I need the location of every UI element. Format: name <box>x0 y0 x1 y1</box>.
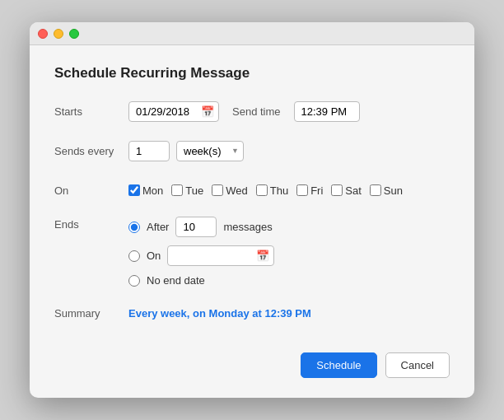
minimize-button[interactable] <box>54 29 63 39</box>
sends-every-row: Sends every week(s) day(s) month(s) <box>54 138 450 164</box>
maximize-button[interactable] <box>69 29 79 39</box>
day-item-sun: Sun <box>370 184 403 197</box>
ends-label: Ends <box>54 217 128 231</box>
starts-date-input[interactable] <box>128 101 219 122</box>
ends-after-option: After messages <box>128 217 274 237</box>
ends-after-count-input[interactable] <box>175 217 217 237</box>
day-item-wed: Wed <box>212 184 248 197</box>
day-checkbox-thu[interactable] <box>256 184 268 196</box>
day-item-sat: Sat <box>331 184 362 197</box>
ends-messages-label: messages <box>223 221 272 233</box>
close-button[interactable] <box>38 29 48 39</box>
ends-after-label: After <box>147 221 169 233</box>
day-checkbox-fri[interactable] <box>296 184 308 196</box>
ends-on-radio[interactable] <box>128 250 140 262</box>
day-checkbox-sat[interactable] <box>331 184 343 196</box>
period-select[interactable]: week(s) day(s) month(s) <box>176 141 244 161</box>
cancel-button[interactable]: Cancel <box>385 352 450 378</box>
summary-row: Summary Every week, on Monday at 12:39 P… <box>54 300 450 326</box>
starts-label: Starts <box>54 105 128 118</box>
starts-date-wrap: 📅 <box>128 101 219 122</box>
summary-label: Summary <box>54 307 128 320</box>
day-label-fri: Fri <box>310 184 323 197</box>
ends-no-date-label: No end date <box>147 274 205 287</box>
sends-every-label: Sends every <box>54 145 128 157</box>
day-item-fri: Fri <box>296 184 323 197</box>
on-row: On Mon Tue Wed Thu <box>54 177 450 203</box>
send-time-label: Send time <box>232 105 281 118</box>
day-label-thu: Thu <box>270 184 288 197</box>
day-label-mon: Mon <box>142 184 163 197</box>
ends-no-date-option: No end date <box>128 274 274 287</box>
main-window: Schedule Recurring Message Starts 📅 Send… <box>30 22 474 398</box>
on-label: On <box>54 184 128 197</box>
button-row: Schedule Cancel <box>54 346 450 378</box>
day-item-mon: Mon <box>128 184 163 197</box>
ends-row: Ends After messages On 📅 <box>54 217 450 287</box>
day-label-wed: Wed <box>226 184 248 197</box>
titlebar <box>30 22 474 45</box>
day-label-sun: Sun <box>384 184 403 197</box>
day-checkbox-tue[interactable] <box>171 184 183 196</box>
sends-every-controls: week(s) day(s) month(s) <box>128 141 244 161</box>
ends-after-radio[interactable] <box>128 222 140 233</box>
sends-every-num-input[interactable] <box>128 141 170 161</box>
summary-text: Every week, on Monday at 12:39 PM <box>128 307 311 320</box>
starts-controls: 📅 Send time <box>128 101 360 122</box>
ends-on-date-input[interactable] <box>167 245 274 266</box>
ends-on-date-wrap: 📅 <box>167 245 274 266</box>
ends-no-date-radio[interactable] <box>128 275 140 287</box>
day-checkbox-sun[interactable] <box>370 184 381 196</box>
day-item-thu: Thu <box>256 184 288 197</box>
day-label-sat: Sat <box>345 184 362 197</box>
days-group: Mon Tue Wed Thu Fri <box>128 184 406 197</box>
day-label-tue: Tue <box>185 184 203 197</box>
schedule-button[interactable]: Schedule <box>301 352 376 378</box>
day-checkbox-wed[interactable] <box>212 184 223 196</box>
day-item-tue: Tue <box>171 184 203 197</box>
day-checkbox-mon[interactable] <box>128 184 140 196</box>
starts-row: Starts 📅 Send time <box>54 98 450 124</box>
ends-on-option: On 📅 <box>128 245 274 266</box>
dialog-content: Schedule Recurring Message Starts 📅 Send… <box>30 45 474 398</box>
ends-col: After messages On 📅 No end date <box>128 217 274 287</box>
send-time-input[interactable] <box>294 101 360 122</box>
ends-on-label: On <box>147 250 161 262</box>
dialog-title: Schedule Recurring Message <box>54 65 450 82</box>
period-select-wrap: week(s) day(s) month(s) <box>176 141 244 161</box>
